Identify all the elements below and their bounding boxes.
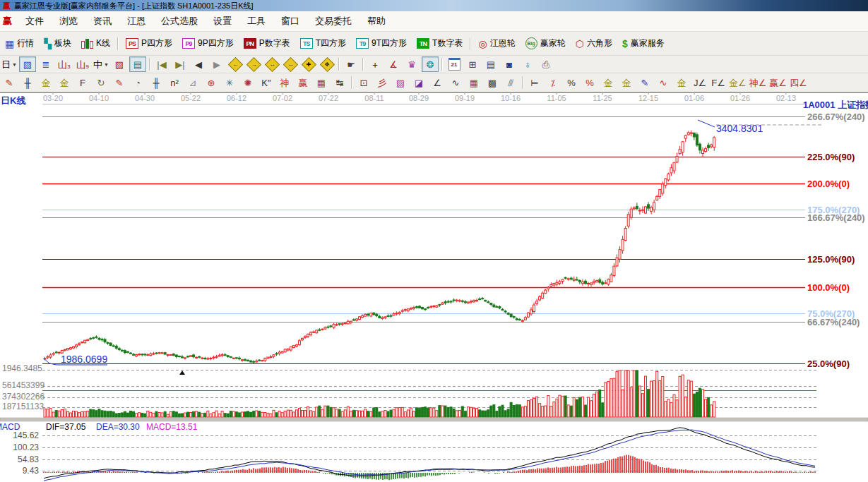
ying-angle-tool[interactable]: 赢∠ bbox=[768, 75, 787, 90]
p-number-button[interactable]: PNP数字表 bbox=[239, 32, 295, 55]
pane-splitter[interactable] bbox=[0, 418, 868, 421]
sector-button[interactable]: ▚板块 bbox=[39, 32, 76, 55]
period-day-button[interactable]: 日▼ bbox=[1, 56, 18, 72]
menu-item-5[interactable]: 公式选股 bbox=[153, 15, 206, 28]
winner-service-button[interactable]: $赢家服务 bbox=[617, 32, 670, 55]
menu-item-6[interactable]: 设置 bbox=[206, 15, 239, 28]
k-anchor-tool[interactable]: K″ bbox=[258, 75, 275, 90]
gann-scale-tool[interactable]: ╫ bbox=[19, 75, 36, 90]
calendar-button[interactable]: 21 bbox=[446, 56, 463, 72]
kline-style-button[interactable]: 中▼ bbox=[93, 56, 109, 72]
volume-profile-button[interactable]: ▤ bbox=[129, 56, 146, 72]
grid-shift-tool[interactable]: ▩ bbox=[484, 75, 501, 90]
move-all-button[interactable]: ✥ bbox=[319, 56, 335, 72]
menu-item-3[interactable]: 资讯 bbox=[85, 15, 119, 28]
t-square-button[interactable]: TST四方形 bbox=[295, 32, 351, 55]
j-angle-tool[interactable]: J∠ bbox=[691, 75, 708, 90]
p-square-button[interactable]: PSP四方形 bbox=[121, 32, 177, 55]
winner-wheel-button[interactable]: Big赢家轮 bbox=[521, 32, 571, 55]
gann-compass-tool[interactable]: ⊕ bbox=[203, 75, 220, 90]
pattern-red-button[interactable]: ▨ bbox=[111, 56, 128, 72]
speed-fan-tool[interactable]: 彡 bbox=[374, 75, 391, 90]
f-scale-tool[interactable]: F bbox=[74, 75, 91, 90]
gold-circle-tool[interactable]: 金 bbox=[600, 75, 617, 90]
menu-item-4[interactable]: 江恩 bbox=[119, 15, 153, 28]
shift-left-button[interactable]: ← bbox=[227, 56, 244, 72]
expand-x-button[interactable]: ↔ bbox=[263, 56, 280, 72]
quote-button[interactable]: ▦行情 bbox=[0, 32, 39, 55]
spiral-tool[interactable]: ↻ bbox=[93, 75, 109, 90]
gold-scale-tool[interactable]: 金 bbox=[37, 75, 54, 90]
percent-line-tool[interactable]: % bbox=[581, 75, 598, 90]
prev-page-button[interactable]: ◀ bbox=[190, 56, 207, 72]
fan-box-tool-icon: ▨ bbox=[396, 78, 405, 88]
angle-flag-tool[interactable]: ⊿ bbox=[184, 75, 201, 90]
ying-grid-tool[interactable]: 赢 bbox=[295, 75, 311, 90]
kline-button-label: K线 bbox=[96, 37, 110, 49]
shen-angle-tool[interactable]: 神∠ bbox=[749, 75, 768, 90]
save-button[interactable]: ◙ bbox=[501, 56, 518, 72]
knife-tool[interactable]: ✎ bbox=[1, 75, 18, 90]
shen-grid-tool[interactable]: 神 bbox=[276, 75, 293, 90]
time-cycle-tool[interactable]: ◔ bbox=[129, 75, 146, 90]
calculator-button[interactable]: ⊞ bbox=[464, 56, 481, 72]
blue-pen-tool[interactable]: ✎ bbox=[636, 75, 653, 90]
t-number-button[interactable]: TNT数字表 bbox=[412, 32, 468, 55]
grid-123-tool[interactable]: ▦ bbox=[313, 75, 330, 90]
red-wave-tool[interactable]: ∿ bbox=[655, 75, 672, 90]
bars-3-button[interactable]: 山₃ bbox=[56, 56, 73, 72]
f-angle-tool[interactable]: F∠ bbox=[710, 75, 727, 90]
spider-web-tool[interactable]: ✺ bbox=[239, 75, 256, 90]
menu-item-9[interactable]: 交易委托 bbox=[307, 15, 359, 28]
last-page-button[interactable]: ▶| bbox=[172, 56, 189, 72]
info-list-button[interactable]: ≣ bbox=[37, 56, 54, 72]
starburst-tool[interactable]: ✳ bbox=[221, 75, 238, 90]
span-arrows-tool[interactable]: ↹ bbox=[331, 75, 348, 90]
percent-tool[interactable]: % bbox=[563, 75, 580, 90]
trend-lines-tool[interactable]: ∠ bbox=[429, 75, 446, 90]
angle-tool-button[interactable]: ∡ bbox=[385, 56, 402, 72]
print-button[interactable]: ⎙ bbox=[537, 56, 554, 72]
gold-scale2-tool[interactable]: 金 bbox=[56, 75, 73, 90]
parallel-lines-tool[interactable]: ⫻ bbox=[502, 75, 519, 90]
box-measure-tool[interactable]: ⊡ bbox=[355, 75, 372, 90]
wave-brain-button[interactable]: ❂ bbox=[422, 56, 439, 72]
chart-pattern-button[interactable]: ▧ bbox=[19, 56, 36, 72]
shift-right-button[interactable]: → bbox=[245, 56, 262, 72]
next-page-button[interactable]: ▶ bbox=[208, 56, 225, 72]
percent-retrace-tool[interactable]: ⁒ bbox=[545, 75, 561, 90]
toolbar-separator bbox=[351, 76, 352, 89]
si-angle-tool[interactable]: 四∠ bbox=[789, 75, 808, 90]
gold-line-tool[interactable]: 金 bbox=[618, 75, 635, 90]
menu-item-2[interactable]: 浏览 bbox=[52, 15, 85, 28]
gold-angle-tool[interactable]: 金∠ bbox=[728, 75, 747, 90]
p9-square-button[interactable]: P99P四方形 bbox=[177, 32, 239, 55]
gold-rule-tool[interactable]: 金 bbox=[673, 75, 690, 90]
compress-x-button[interactable]: ↔ bbox=[282, 56, 299, 72]
ruler-tool[interactable]: ╫ bbox=[148, 75, 165, 90]
zoom-all-button[interactable]: ✚ bbox=[300, 56, 317, 72]
menu-item-10[interactable]: 帮助 bbox=[359, 15, 393, 28]
fan-square-tool[interactable]: ◪ bbox=[410, 75, 427, 90]
gift-tool-button[interactable]: ♛ bbox=[403, 56, 420, 72]
period-day-button-icon: 日 bbox=[1, 60, 11, 69]
band-stats-tool[interactable]: ⊨ bbox=[526, 75, 543, 90]
share-button[interactable]: ♁ bbox=[519, 56, 536, 72]
pencil-marker-tool[interactable]: ✎ bbox=[111, 75, 128, 90]
wave-tool[interactable]: ∿ bbox=[447, 75, 464, 90]
t9-square-button[interactable]: T99T四方形 bbox=[351, 32, 412, 55]
fan-box-tool[interactable]: ▨ bbox=[392, 75, 409, 90]
first-page-button[interactable]: |◀ bbox=[153, 56, 170, 72]
hexagon-button[interactable]: ⬡六角形 bbox=[571, 32, 617, 55]
notebook-button[interactable]: ▤ bbox=[482, 56, 499, 72]
menu-item-7[interactable]: 工具 bbox=[239, 15, 273, 28]
menu-item-1[interactable]: 文件 bbox=[18, 15, 52, 28]
menu-item-8[interactable]: 窗口 bbox=[273, 15, 307, 28]
pan-hand-button[interactable]: ☛ bbox=[343, 56, 359, 72]
gann-wheel-button[interactable]: ◎江恩轮 bbox=[473, 32, 520, 55]
kline-button[interactable]: K线 bbox=[76, 32, 115, 55]
bars-9-button[interactable]: 山₉ bbox=[74, 56, 91, 72]
gann-grid-tool[interactable]: ▦ bbox=[465, 75, 482, 90]
n-square-tool[interactable]: n² bbox=[166, 75, 183, 90]
crosshair-button[interactable]: ＋ bbox=[367, 56, 384, 72]
